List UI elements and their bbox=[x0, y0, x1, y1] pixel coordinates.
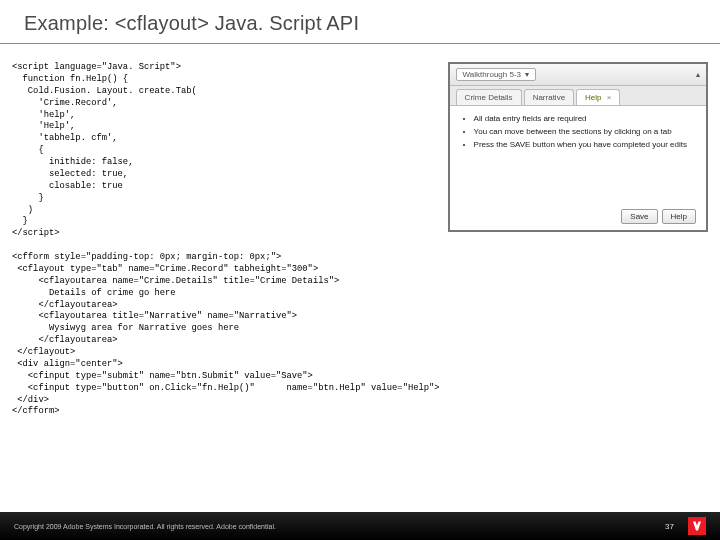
tab-label: Narrative bbox=[533, 93, 565, 102]
tab-label: Crime Details bbox=[465, 93, 513, 102]
tab-crime-details[interactable]: Crime Details bbox=[456, 89, 522, 105]
button-row: Save Help bbox=[460, 205, 696, 224]
screenshot-toolbar: Walkthrough 5-3 ▾ ▴ bbox=[450, 64, 706, 86]
screenshot-column: Walkthrough 5-3 ▾ ▴ Crime Details Narrat… bbox=[448, 62, 708, 512]
slide: Example: <cflayout> Java. Script API <sc… bbox=[0, 0, 720, 540]
page-number: 37 bbox=[665, 522, 674, 531]
collapse-icon[interactable]: ▴ bbox=[696, 70, 700, 79]
tab-narrative[interactable]: Narrative bbox=[524, 89, 574, 105]
title-bar: Example: <cflayout> Java. Script API bbox=[0, 0, 720, 43]
close-icon[interactable]: × bbox=[607, 93, 612, 102]
tab-pane: All data entry fields are required You c… bbox=[450, 106, 706, 230]
list-item: You can move between the sections by cli… bbox=[474, 127, 696, 136]
content-area: <script language="Java. Script"> functio… bbox=[0, 44, 720, 512]
tab-label: Help bbox=[585, 93, 601, 102]
code-block: <script language="Java. Script"> functio… bbox=[12, 62, 440, 418]
walkthrough-label: Walkthrough 5-3 bbox=[463, 70, 521, 79]
help-button[interactable]: Help bbox=[662, 209, 696, 224]
embedded-screenshot: Walkthrough 5-3 ▾ ▴ Crime Details Narrat… bbox=[448, 62, 708, 232]
footer: Copyright 2009 Adobe Systems Incorporate… bbox=[0, 512, 720, 540]
list-item: Press the SAVE button when you have comp… bbox=[474, 140, 696, 149]
footer-right: 37 bbox=[665, 517, 706, 535]
tab-strip: Crime Details Narrative Help × bbox=[450, 86, 706, 106]
save-button[interactable]: Save bbox=[621, 209, 657, 224]
copyright-text: Copyright 2009 Adobe Systems Incorporate… bbox=[14, 523, 276, 530]
walkthrough-dropdown[interactable]: Walkthrough 5-3 ▾ bbox=[456, 68, 536, 81]
list-item: All data entry fields are required bbox=[474, 114, 696, 123]
chevron-down-icon: ▾ bbox=[525, 70, 529, 79]
code-column: <script language="Java. Script"> functio… bbox=[12, 62, 440, 512]
tab-help[interactable]: Help × bbox=[576, 89, 620, 105]
adobe-logo-icon bbox=[688, 517, 706, 535]
page-title: Example: <cflayout> Java. Script API bbox=[24, 12, 696, 35]
help-bullets: All data entry fields are required You c… bbox=[460, 114, 696, 205]
